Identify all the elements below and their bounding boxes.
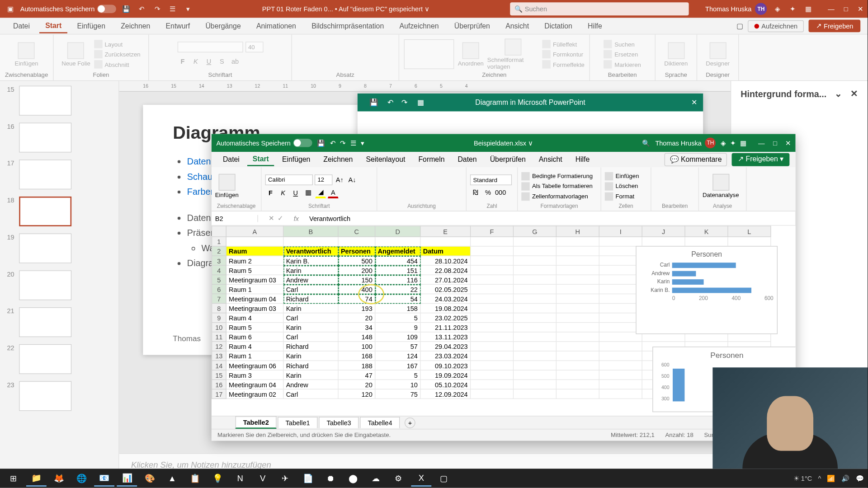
more-icon[interactable]: ▾ [361,139,364,147]
sparkle-icon[interactable]: ✦ [730,139,736,147]
layout-button[interactable]: Layout [94,40,123,48]
tab-start[interactable]: Start [39,19,67,33]
save-icon[interactable]: 💾 [369,98,378,106]
tab-datei[interactable]: Datei [7,19,36,33]
user-account[interactable]: Thomas Hruska TH [705,3,767,15]
chevron-down-icon[interactable]: ⌄ [835,88,842,99]
thumbnail-16[interactable] [19,123,71,153]
tab-entwurf[interactable]: Entwurf [160,19,196,33]
taskbar-chrome[interactable]: 🌐 [71,470,92,487]
close-icon[interactable]: ✕ [691,98,697,106]
save-icon[interactable]: 💾 [121,4,132,14]
fx-icon[interactable]: fx [294,215,306,222]
number-format-select[interactable]: Standard [470,174,512,185]
tab-formeln[interactable]: Formeln [413,154,450,165]
reset-button[interactable]: Zurücksetzen [94,50,141,58]
slide-thumbnails-panel[interactable]: 15 16 17 18 19 20 21 22 23 [0,81,119,474]
maximize-button[interactable]: □ [773,139,777,147]
thumbnail-19[interactable] [19,234,71,263]
name-box[interactable]: B2 [212,215,258,222]
cancel-icon[interactable]: ✕ [269,214,274,222]
tray-notifications-icon[interactable]: 💬 [856,474,864,482]
weather-widget[interactable]: ☀ 1°C [793,474,812,482]
tab-datei[interactable]: Datei [217,154,245,165]
share-button[interactable]: ↗ Freigeben ▾ [732,153,789,166]
maximize-button[interactable]: □ [844,5,848,13]
font-name-select[interactable]: Calibri [265,174,313,185]
tab-zeichnen[interactable]: Zeichnen [318,154,358,165]
thousands-icon[interactable]: 000 [495,187,506,198]
taskbar-app[interactable]: ▢ [434,470,454,487]
comments-button[interactable]: 💬 Kommentare [665,153,727,166]
taskbar-app[interactable]: 💡 [208,470,228,487]
add-sheet-button[interactable]: + [405,417,415,428]
underline-button[interactable]: U [290,188,301,198]
enter-icon[interactable]: ✓ [278,214,283,222]
thumbnail-23[interactable] [19,381,71,411]
touch-icon[interactable]: ☰ [167,4,178,14]
taskbar-app[interactable]: ⬤ [343,470,363,487]
tray-network-icon[interactable]: 📶 [827,474,835,482]
designer-button[interactable]: Designer [706,42,730,66]
taskbar-powerpoint[interactable]: 📊 [117,470,137,487]
taskbar-app[interactable]: V [253,470,273,487]
tab-ueberpruefen[interactable]: Überprüfen [448,19,496,33]
tab-uebergaenge[interactable]: Übergänge [199,19,247,33]
search-icon[interactable]: 🔍 [642,139,650,147]
taskbar-explorer[interactable]: 📁 [26,470,47,487]
taskbar-app[interactable]: ☁ [366,470,386,487]
tab-animationen[interactable]: Animationen [250,19,302,33]
minimize-button[interactable]: — [758,139,764,147]
search-input[interactable]: 🔍 Suchen [510,2,689,15]
paste-button[interactable]: Einfügen [215,174,239,198]
more-icon[interactable]: ▾ [183,4,193,14]
diamond-icon[interactable]: ◈ [721,139,726,147]
thumbnail-22[interactable] [19,344,71,374]
thumbnail-21[interactable] [19,307,71,337]
taskbar-excel[interactable]: X [411,470,431,487]
effects-button[interactable]: Formeffekte [542,60,585,68]
data-analysis-button[interactable]: Datenanalyse [703,174,739,198]
undo-icon[interactable]: ↶ [136,4,147,14]
select-button[interactable]: Markieren [604,60,641,68]
user-account[interactable]: Thomas Hruska TH [655,137,716,148]
taskbar-outlook[interactable]: 📧 [94,470,114,487]
sheet-tab[interactable]: Tabelle1 [278,417,317,428]
grid-icon[interactable]: ▦ [417,98,424,106]
shapes-gallery[interactable] [404,39,454,69]
tab-daten[interactable]: Daten [453,154,482,165]
taskbar-obs[interactable]: ⏺ [321,470,341,487]
sheet-tab[interactable]: Tabelle4 [360,417,400,428]
format-cells-button[interactable]: Format [605,192,634,200]
fill-button[interactable]: Fülleffekt [542,40,577,48]
share-button[interactable]: ↗ Freigeben [809,19,860,32]
undo-icon[interactable]: ↶ [330,139,335,147]
tab-start[interactable]: Start [247,153,274,166]
thumbnail-17[interactable] [19,160,71,189]
fill-color-button[interactable]: ◢ [315,188,326,198]
tab-hilfe[interactable]: Hilfe [582,19,608,33]
delete-cells-button[interactable]: Löschen [605,182,638,190]
tab-aufzeichnen[interactable]: Aufzeichnen [393,19,444,33]
new-slide-button[interactable]: Neue Folie [61,42,90,66]
arrange-button[interactable]: Anordnen [458,42,484,66]
grid-icon[interactable]: ▦ [740,139,746,147]
font-size-select[interactable]: 12 [315,174,333,185]
bullet-link[interactable]: Daten [187,156,211,166]
tray-volume-icon[interactable]: 🔊 [841,474,849,482]
taskbar-vlc[interactable]: ▲ [162,470,182,487]
thumbnail-20[interactable] [19,270,71,300]
minimize-button[interactable]: — [828,5,834,13]
formula-input[interactable]: Verantwortlich [306,215,795,222]
section-button[interactable]: Abschnitt [94,60,129,68]
spreadsheet-grid[interactable]: ABCDEFGHIJKL12RaumVerantwortlichPersonen… [212,226,796,416]
find-button[interactable]: Suchen [604,40,634,48]
cell-styles-button[interactable]: Zellenformatvorlagen [521,192,588,200]
diamond-icon[interactable]: ◈ [772,4,783,14]
conditional-formatting-button[interactable]: Bedingte Formatierung [521,172,593,180]
grid-icon[interactable]: ▦ [803,4,814,14]
currency-icon[interactable]: ₪ [470,187,481,198]
taskbar-settings[interactable]: ⚙ [388,470,409,487]
percent-icon[interactable]: % [483,187,494,198]
paste-button[interactable]: Einfügen [15,42,38,66]
